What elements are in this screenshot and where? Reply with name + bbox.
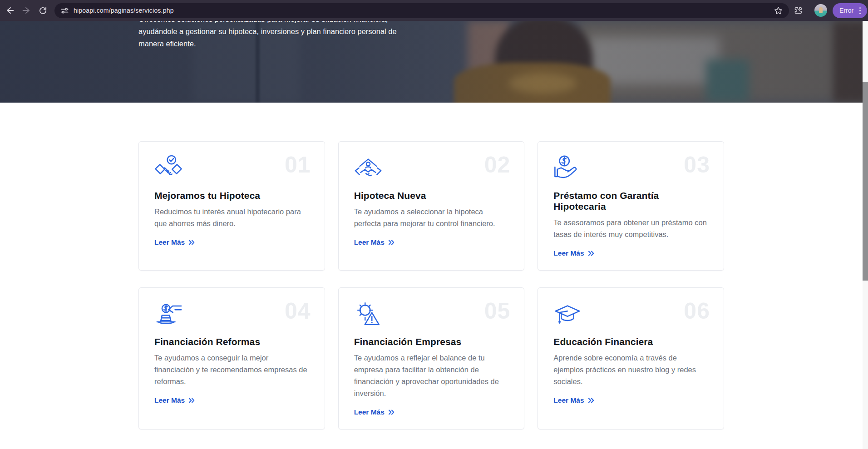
- leer-mas-link[interactable]: Leer Más: [154, 396, 195, 405]
- services-grid: 01 Mejoramos tu Hipoteca Reducimos tu in…: [138, 141, 724, 429]
- leer-mas-label: Leer Más: [354, 408, 385, 416]
- card-title: Hipoteca Nueva: [354, 190, 509, 201]
- card-description: Te asesoramos para obtener un préstamo c…: [553, 217, 708, 240]
- service-card-mejoramos-tu-hipoteca: 01 Mejoramos tu Hipoteca Reducimos tu in…: [138, 141, 325, 271]
- leer-mas-label: Leer Más: [553, 396, 584, 405]
- avatar-figure: [819, 7, 823, 13]
- profile-avatar[interactable]: [814, 4, 827, 17]
- card-title: Financiación Reformas: [154, 336, 309, 347]
- leer-mas-label: Leer Más: [154, 238, 185, 247]
- hero-dark-overlay: [0, 21, 868, 103]
- service-card-hipoteca-nueva: 02 Hipoteca Nueva Te ayudamos a seleccio…: [338, 141, 525, 271]
- hero-banner: Ofrecemos soluciones personalizadas para…: [0, 21, 868, 103]
- leer-mas-label: Leer Más: [154, 396, 185, 405]
- card-description: Reducimos tu interés anual hipotecario p…: [154, 206, 309, 229]
- error-label: Error: [839, 7, 853, 14]
- browser-toolbar: hipoapi.com/paginas/servicios.php Error: [0, 0, 868, 21]
- card-number: 06: [684, 300, 710, 322]
- card-number: 04: [285, 300, 311, 322]
- site-info-icon[interactable]: [61, 7, 69, 15]
- leer-mas-link[interactable]: Leer Más: [354, 408, 395, 416]
- double-chevron-icon: [588, 398, 594, 403]
- service-card-prestamo-garantia: 03 Préstamo con Garantía Hipotecaria Te …: [538, 141, 724, 271]
- card-description: Te ayudamos a conseguir la mejor financi…: [154, 352, 309, 387]
- card-number: 03: [684, 153, 710, 176]
- leer-mas-link[interactable]: Leer Más: [354, 238, 395, 247]
- leer-mas-label: Leer Más: [354, 238, 385, 247]
- bookmark-star-icon[interactable]: [774, 6, 783, 15]
- card-description: Te ayudamos a seleccionar la hipoteca pe…: [354, 206, 509, 229]
- leer-mas-link[interactable]: Leer Más: [553, 396, 594, 405]
- reload-icon: [39, 6, 47, 15]
- service-card-educacion-financiera: 06 Educación Financiera Aprende sobre ec…: [538, 287, 724, 429]
- back-button[interactable]: [2, 2, 18, 19]
- service-card-financiacion-empresas: 05 Financiación Empresas Te ayudamos a r…: [338, 287, 525, 429]
- card-description: Aprende sobre economía a través de ejemp…: [553, 352, 708, 387]
- scrollbar-thumb[interactable]: [863, 82, 868, 281]
- leer-mas-link[interactable]: Leer Más: [553, 249, 594, 257]
- double-chevron-icon: [388, 240, 395, 245]
- card-number: 01: [285, 153, 311, 176]
- hero-paragraph-line3: manera eficiente.: [138, 38, 397, 50]
- double-chevron-icon: [188, 240, 195, 245]
- extensions-icon[interactable]: [794, 6, 803, 15]
- card-description: Te ayudamos a reflejar el balance de tu …: [354, 352, 509, 399]
- kebab-menu-icon: [858, 7, 863, 14]
- hero-paragraph: Ofrecemos soluciones personalizadas para…: [138, 21, 397, 50]
- hero-paragraph-line2: ayudándole a gestionar su hipoteca, inve…: [138, 25, 397, 38]
- card-title: Préstamo con Garantía Hipotecaria: [553, 190, 708, 212]
- leer-mas-link[interactable]: Leer Más: [154, 238, 195, 247]
- browser-error-menu-button[interactable]: Error: [833, 3, 867, 18]
- card-title: Financiación Empresas: [354, 336, 509, 347]
- card-number: 02: [484, 153, 511, 176]
- double-chevron-icon: [188, 398, 195, 403]
- hero-paragraph-line1: Ofrecemos soluciones personalizadas para…: [138, 21, 397, 25]
- service-card-financiacion-reformas: 04 Financiación Reformas Te ayudamos a c…: [138, 287, 325, 429]
- back-arrow-icon: [5, 6, 15, 15]
- url-bar[interactable]: hipoapi.com/paginas/servicios.php: [54, 3, 789, 18]
- page-scrollbar[interactable]: [863, 21, 868, 449]
- forward-button[interactable]: [18, 2, 35, 19]
- leer-mas-label: Leer Más: [553, 249, 584, 257]
- card-title: Mejoramos tu Hipoteca: [154, 190, 309, 201]
- card-title: Educación Financiera: [553, 336, 708, 347]
- double-chevron-icon: [588, 251, 594, 256]
- forward-arrow-icon: [22, 6, 31, 15]
- double-chevron-icon: [388, 410, 395, 415]
- reload-button[interactable]: [35, 2, 51, 19]
- card-number: 05: [484, 300, 511, 322]
- url-text[interactable]: hipoapi.com/paginas/servicios.php: [74, 7, 174, 14]
